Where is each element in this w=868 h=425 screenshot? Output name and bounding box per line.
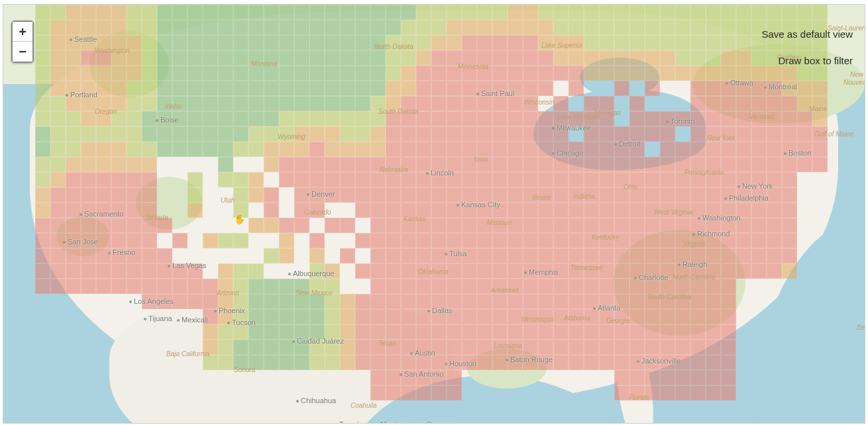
draw-box-filter-link[interactable]: Draw box to filter (775, 54, 855, 68)
heatmap-cell (218, 66, 233, 81)
heatmap-cell (218, 126, 233, 142)
heatmap-cell (690, 96, 706, 111)
heatmap-cell (370, 157, 386, 172)
heatmap-cell (401, 5, 416, 20)
heatmap-cell (690, 187, 706, 203)
heatmap-cell (629, 66, 645, 81)
heatmap-cell (248, 309, 264, 324)
heatmap-cell (96, 187, 111, 203)
heatmap-cell (127, 66, 142, 81)
heatmap-cell (248, 96, 264, 111)
heatmap-cell (188, 81, 203, 96)
heatmap-cell (66, 248, 81, 263)
heatmap-cell (614, 5, 629, 20)
heatmap-cell (81, 187, 96, 203)
heatmap-cell (751, 66, 767, 81)
heatmap-cell (188, 35, 203, 50)
heatmap-cell (248, 111, 264, 126)
heatmap-cell (660, 370, 675, 385)
heatmap-cell (172, 263, 188, 279)
heatmap-cell (370, 172, 386, 187)
heatmap-cell (706, 126, 721, 142)
heatmap-cell (447, 35, 462, 50)
heatmap-cell (584, 187, 599, 203)
heatmap-cell (81, 233, 96, 248)
heatmap-cell (492, 248, 508, 263)
heatmap-cell (127, 279, 142, 294)
heatmap-cell (508, 279, 523, 294)
heatmap-cell (614, 126, 629, 142)
heatmap-cell (355, 187, 370, 203)
heatmap-cell (309, 66, 325, 81)
heatmap-cell (66, 96, 81, 111)
heatmap-cell (599, 96, 614, 111)
heatmap-cell (614, 233, 629, 248)
heatmap-cell (416, 355, 431, 370)
heatmap-cell (599, 324, 614, 340)
heatmap-cell (431, 233, 447, 248)
heatmap-cell (233, 340, 248, 355)
heatmap-cell (660, 324, 675, 340)
heatmap-cell (553, 142, 569, 157)
heatmap-cell (782, 111, 797, 126)
heatmap-cell (462, 233, 477, 248)
heatmap-cell (706, 66, 721, 81)
heatmap-cell (386, 279, 401, 294)
heatmap-cell (706, 50, 721, 66)
heatmap-cell (523, 20, 538, 35)
heatmap-cell (660, 248, 675, 263)
heatmap-cell (782, 233, 797, 248)
heatmap-cell (35, 203, 50, 218)
heatmap-cell (264, 248, 279, 263)
heatmap-cell (96, 233, 111, 248)
heatmap-cell (431, 263, 447, 279)
heatmap-cell (690, 370, 706, 385)
heatmap-cell (782, 172, 797, 187)
heatmap-cell (523, 203, 538, 218)
heatmap-cell (538, 157, 553, 172)
heatmap-cell (172, 111, 188, 126)
heatmap-cell (645, 172, 660, 187)
heatmap-cell (386, 233, 401, 248)
zoom-in-button[interactable]: + (13, 22, 32, 42)
heatmap-cell (797, 142, 812, 157)
map-viewport[interactable]: SeattlePortlandBoiseSacramentoSan JoseFr… (3, 4, 865, 424)
heatmap-cell (35, 35, 50, 50)
heatmap-cell (142, 187, 157, 203)
heatmap-cell (370, 96, 386, 111)
heatmap-cell (203, 20, 218, 35)
heatmap-cell (736, 66, 751, 81)
heatmap-cell (416, 50, 431, 66)
heatmap-cell (706, 5, 721, 20)
heatmap-cell (325, 50, 340, 66)
heatmap-cell (401, 126, 416, 142)
heatmap-cell (629, 20, 645, 35)
heatmap-cell (127, 50, 142, 66)
heatmap-cell (767, 126, 782, 142)
heatmap-cell (325, 294, 340, 309)
heatmap-cell (492, 203, 508, 218)
heatmap-cell (584, 309, 599, 324)
heatmap-cell (706, 142, 721, 157)
heatmap-cell (127, 126, 142, 142)
heatmap-cell (675, 263, 690, 279)
heatmap-cell (477, 203, 492, 218)
heatmap-cell (386, 5, 401, 20)
save-default-view-link[interactable]: Save as default view (759, 27, 855, 41)
heatmap-cell (66, 126, 81, 142)
heatmap-cell (447, 294, 462, 309)
heatmap-cell (355, 355, 370, 370)
heatmap-cell (142, 35, 157, 50)
heatmap-cell (599, 50, 614, 66)
heatmap-cell (35, 142, 50, 157)
heatmap-cell (50, 203, 66, 218)
zoom-out-button[interactable]: − (13, 42, 32, 62)
heatmap-cell (569, 187, 584, 203)
heatmap-cell (538, 35, 553, 50)
heatmap-cell (203, 96, 218, 111)
heatmap-cell (218, 35, 233, 50)
heatmap-cell (279, 324, 294, 340)
heatmap-cell (172, 20, 188, 35)
heatmap-cell (35, 20, 50, 35)
heatmap-cell (431, 172, 447, 187)
